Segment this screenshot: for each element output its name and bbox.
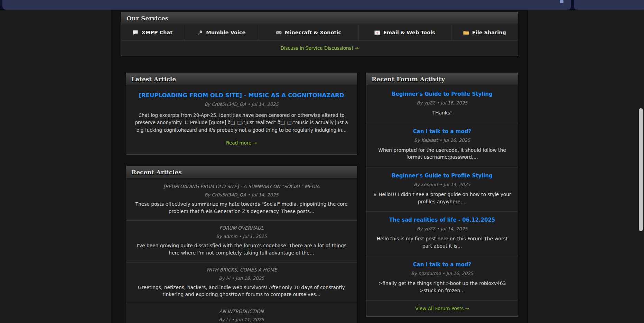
gamepad-icon bbox=[276, 30, 282, 35]
service-label: Email & Web Tools bbox=[383, 30, 435, 35]
view-all-forum-posts-link[interactable]: View All Forum Posts → bbox=[415, 306, 469, 311]
forum-activity-title-label: Recent Forum Activity bbox=[372, 76, 445, 83]
services-title: Our Services bbox=[127, 15, 168, 22]
service-label: File Sharing bbox=[472, 30, 506, 35]
article-entry-excerpt: I've been growing quite dissatisfied wit… bbox=[131, 242, 352, 256]
forum-post-byline: By xenontf • Jul 14, 2025 bbox=[371, 182, 513, 187]
right-column: Recent Forum Activity Beginner's Guide t… bbox=[366, 73, 518, 317]
read-more-link[interactable]: Read more → bbox=[226, 140, 257, 146]
services-panel-header: Our Services bbox=[121, 12, 518, 25]
forum-post-item: Beginner's Guide to Profile Styling By y… bbox=[366, 86, 518, 123]
service-label: XMPP Chat bbox=[141, 30, 172, 35]
service-email-web-tools[interactable]: Email & Web Tools bbox=[358, 25, 451, 40]
folder-icon bbox=[463, 30, 469, 35]
article-entry-byline: By l-i • Jun 18, 2025 bbox=[130, 276, 353, 281]
article-entry-title[interactable]: FORUM OVERHAUL bbox=[130, 225, 353, 231]
article-entry-excerpt: Greetings, netizens, hackers, and indie … bbox=[131, 284, 352, 298]
content-wrapper: Our Services XMPP Chat Mumble Voice bbox=[111, 10, 528, 323]
article-entry-byline: By Cr0s5H34D_QA • Jul 14, 2025 bbox=[130, 192, 353, 197]
forum-post-title[interactable]: Can i talk to a mod? bbox=[371, 261, 513, 268]
forum-post-byline: By Kablast • Jul 16, 2025 bbox=[371, 138, 513, 143]
forum-post-excerpt: >finally get the things right >boot up t… bbox=[373, 280, 511, 294]
service-label: Minecraft & Xonotic bbox=[285, 30, 341, 35]
forum-post-excerpt: # Hello!!! I didn't see a proper guide o… bbox=[373, 191, 511, 205]
service-minecraft-xonotic[interactable]: Minecraft & Xonotic bbox=[259, 25, 358, 40]
latest-article-title-label: Latest Article bbox=[131, 76, 176, 83]
read-more-row: Read more → bbox=[132, 139, 351, 146]
article-entry-title[interactable]: [REUPLOADING FROM OLD SITE] - A SUMMARY … bbox=[130, 184, 353, 189]
scrollbar[interactable] bbox=[639, 108, 643, 231]
forum-post-byline: By nozdurmo • Jul 16, 2025 bbox=[371, 271, 513, 276]
article-entry-title[interactable]: AN INTRODUCTION bbox=[130, 308, 353, 314]
recent-articles-title-label: Recent Articles bbox=[131, 169, 182, 176]
envelope-icon bbox=[374, 30, 380, 35]
left-column: Latest Article [REUPLOADING FROM OLD SIT… bbox=[126, 73, 357, 323]
forum-post-byline: By yp22 • Jul 14, 2025 bbox=[371, 226, 513, 231]
service-discussions-link[interactable]: Discuss in Service Discussions! → bbox=[280, 45, 358, 51]
article-excerpt: Chat log excerpts from 20-Apr-25. Identi… bbox=[132, 112, 351, 134]
service-xmpp-chat[interactable]: XMPP Chat bbox=[121, 25, 184, 40]
browser-tab-bar bbox=[0, 0, 644, 10]
forum-activity-header: Recent Forum Activity bbox=[366, 73, 518, 86]
service-file-sharing[interactable]: File Sharing bbox=[451, 25, 518, 40]
article-entry-byline: By admin • Jul 1, 2025 bbox=[130, 234, 353, 239]
forum-post-item: Can i talk to a mod? By nozdurmo • Jul 1… bbox=[366, 256, 518, 301]
forum-post-title[interactable]: Beginner's Guide to Profile Styling bbox=[371, 173, 513, 179]
main-columns: Latest Article [REUPLOADING FROM OLD SIT… bbox=[112, 73, 527, 323]
services-panel: Our Services XMPP Chat Mumble Voice bbox=[121, 12, 518, 56]
browser-tab-secondary[interactable] bbox=[574, 0, 644, 10]
forum-footer: View All Forum Posts → bbox=[366, 301, 518, 316]
recent-articles-header: Recent Articles bbox=[126, 166, 357, 179]
forum-post-byline: By yp22 • Jul 16, 2025 bbox=[371, 100, 513, 105]
chat-bubble-icon bbox=[132, 30, 138, 35]
article-title-link[interactable]: [REUPLOADING FROM OLD SITE] - MUSIC AS A… bbox=[132, 92, 351, 99]
forum-activity-panel: Recent Forum Activity Beginner's Guide t… bbox=[366, 73, 518, 317]
services-row: XMPP Chat Mumble Voice Minecraft & Xonot… bbox=[121, 25, 518, 40]
microphone-icon bbox=[197, 30, 203, 35]
article-list-item: FORUM OVERHAUL By admin • Jul 1, 2025 I'… bbox=[126, 220, 357, 262]
recent-articles-panel: Recent Articles [REUPLOADING FROM OLD SI… bbox=[126, 166, 357, 323]
article-entry-title[interactable]: WITH BRICKS, COMES A HOME bbox=[130, 267, 353, 273]
forum-post-title[interactable]: Beginner's Guide to Profile Styling bbox=[371, 91, 513, 97]
forum-post-item: Beginner's Guide to Profile Styling By x… bbox=[366, 167, 518, 212]
tab-icon bbox=[560, 0, 563, 3]
forum-post-item: Can i talk to a mod? By Kablast • Jul 16… bbox=[366, 123, 518, 167]
article-byline: By Cr0s5H34D_QA • Jul 14, 2025 bbox=[132, 102, 351, 107]
forum-post-excerpt: THanks! bbox=[373, 109, 511, 117]
latest-article-panel: Latest Article [REUPLOADING FROM OLD SIT… bbox=[126, 73, 357, 155]
article-list-item: [REUPLOADING FROM OLD SITE] - A SUMMARY … bbox=[126, 179, 357, 220]
article-list-item: AN INTRODUCTION By l-i • Jun 11, 2025 To… bbox=[126, 304, 357, 323]
latest-article-header: Latest Article bbox=[126, 73, 357, 86]
page-background: Our Services XMPP Chat Mumble Voice bbox=[0, 10, 644, 323]
browser-tab[interactable] bbox=[2, 0, 571, 10]
discuss-row: Discuss in Service Discussions! → bbox=[121, 40, 518, 56]
article-entry-byline: By l-i • Jun 11, 2025 bbox=[130, 317, 353, 322]
forum-post-excerpt: Hello this is my first post here on this… bbox=[373, 235, 511, 249]
forum-post-excerpt: When prompted for the usercode, it shoul… bbox=[373, 147, 511, 161]
latest-article-body: [REUPLOADING FROM OLD SITE] - MUSIC AS A… bbox=[126, 86, 357, 154]
article-entry-excerpt: These posts effectively summarize my hat… bbox=[131, 201, 352, 215]
service-label: Mumble Voice bbox=[206, 30, 245, 35]
forum-post-title[interactable]: The sad realities of life - 06.12.2025 bbox=[371, 217, 513, 223]
article-list-item: WITH BRICKS, COMES A HOME By l-i • Jun 1… bbox=[126, 262, 357, 304]
forum-post-title[interactable]: Can i talk to a mod? bbox=[371, 128, 513, 135]
service-mumble-voice[interactable]: Mumble Voice bbox=[184, 25, 259, 40]
forum-post-item: The sad realities of life - 06.12.2025 B… bbox=[366, 212, 518, 256]
